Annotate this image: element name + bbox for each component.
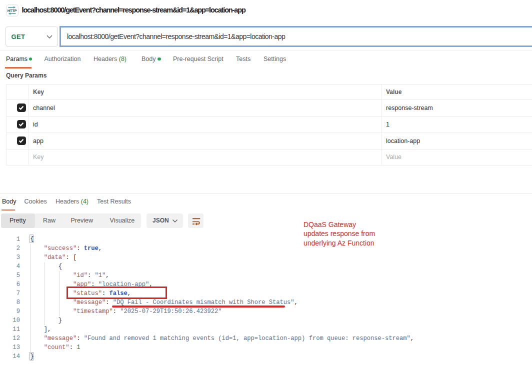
svg-text:HTTP: HTTP [8,8,17,13]
